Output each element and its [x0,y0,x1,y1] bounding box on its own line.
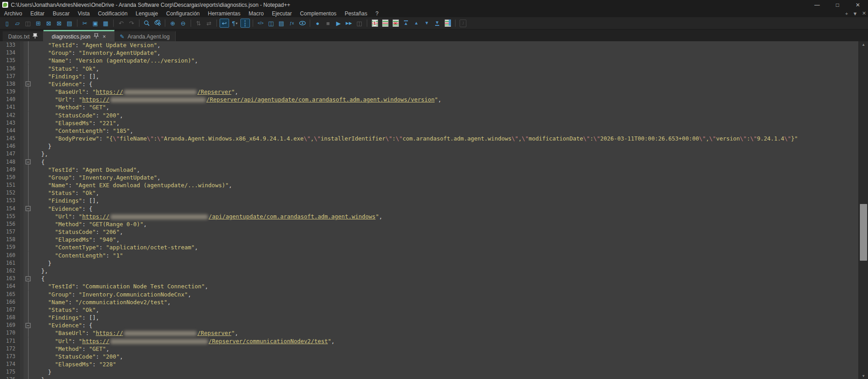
editor-pane[interactable]: 133 "TestId": "Agent Update Version",134… [0,41,859,379]
print-icon[interactable]: ▤ [65,19,74,28]
menu-item-editar[interactable]: Editar [26,10,48,17]
menu-item-codificacin[interactable]: Codificación [94,10,131,17]
code-text[interactable]: "TestId": "Agent Download", [33,166,140,174]
dropdown-button[interactable]: ▼ [853,11,858,16]
new-file-icon[interactable]: ▯ [2,19,12,28]
url-link[interactable]: https:// [96,330,123,336]
code-text[interactable]: "Url": "https:///Repserver/communication… [33,337,335,345]
code-text[interactable]: "Url": "https:///api/agentupdate/com.ara… [33,213,382,220]
fold-collapse-icon[interactable]: − [26,160,31,165]
code-text[interactable]: } [33,142,52,150]
save-all-icon[interactable]: ⊞ [34,19,43,28]
code-text[interactable]: "Name": "/communicationNodev2/test", [33,298,171,306]
pin-outline-icon[interactable] [94,33,99,40]
scroll-down-arrow-icon[interactable]: ▼ [859,373,868,379]
previous-diff-icon[interactable]: ▲ [412,19,421,28]
code-text[interactable]: "StatusCode": "206", [33,228,123,236]
menu-item-pestaas[interactable]: Pestañas [340,10,371,17]
fold-collapse-icon[interactable]: − [26,82,31,87]
fold-collapse-icon[interactable]: − [26,276,31,281]
code-text[interactable]: "TestId": "Agent Update Version", [33,41,161,49]
code-text[interactable]: "Name": "Version (agentupdate/.../versio… [33,57,198,64]
zoom-in-icon[interactable]: ⊕ [168,19,177,28]
tab-datos-txt[interactable]: Datos.txt [3,31,43,42]
code-text[interactable]: } [33,368,52,376]
macro-play-icon[interactable]: ▶ [334,19,343,28]
code-text[interactable]: "ContentType": "application/octet-stream… [33,243,198,251]
code-text[interactable]: "Findings": [], [33,314,99,321]
menu-item-?[interactable]: ? [371,10,383,17]
url-link[interactable]: /Repserver/api/agentupdate/com.arandasof… [206,96,435,103]
indent-guide-icon[interactable]: ┆ [240,19,250,28]
code-text[interactable]: }, [33,376,48,379]
code-text[interactable]: "Status": "Ok", [33,189,99,197]
copy-icon[interactable]: ▣ [91,19,100,28]
first-diff-icon[interactable]: ▲ [401,19,411,28]
close-icon[interactable]: ⊠ [44,19,53,28]
code-text[interactable]: "Name": "Agent EXE download (agentupdate… [33,181,232,189]
paste-icon[interactable]: ▦ [101,19,110,28]
fold-collapse-icon[interactable]: − [26,206,31,211]
url-link[interactable]: https:// [82,96,109,103]
zoom-out-icon[interactable]: ⊖ [178,19,188,28]
code-text[interactable]: "Method": "GET", [33,345,110,353]
menu-item-lenguaje[interactable]: Lenguaje [132,10,162,17]
code-text[interactable]: "ContentLength": "185", [33,127,133,135]
compare-clear-icon[interactable] [391,19,400,28]
scroll-up-arrow-icon[interactable]: ▲ [859,41,868,48]
code-text[interactable]: }, [33,150,48,158]
plus-button[interactable]: + [845,11,848,16]
code-text[interactable]: "Group": "Inventory.AgentUpdate", [33,49,160,57]
code-text[interactable]: }, [33,267,48,275]
find-icon[interactable] [142,19,152,28]
cut-icon[interactable]: ✂ [80,19,90,28]
code-text[interactable]: "Evidence": { [33,80,92,88]
menu-item-vista[interactable]: Vista [74,10,94,17]
vertical-scrollbar[interactable]: ▲ ▼ [858,41,868,379]
close-all-icon[interactable]: ⊠ [54,19,64,28]
code-text[interactable]: "BodyPreview": "{\"fileName\":\"Aranda.A… [33,135,798,142]
menu-item-ejecutar[interactable]: Ejecutar [268,10,296,17]
code-text[interactable]: "Status": "Ok", [33,306,99,314]
document-map-icon[interactable]: ◫ [266,19,276,28]
code-text[interactable]: "Group": "Inventory.AgentUpdate", [33,174,160,181]
code-text[interactable]: "BaseUrl": "https:///Repserver", [33,88,238,96]
menu-item-configuracin[interactable]: Configuración [162,10,204,17]
close-doc-button[interactable]: ✕ [862,10,866,16]
macro-run-multiple-icon[interactable]: ▶▶ [344,19,354,28]
menu-item-macro[interactable]: Macro [245,10,268,17]
code-text[interactable]: "StatusCode": "200", [33,353,123,360]
close-button[interactable]: ✕ [848,0,868,10]
pin-icon[interactable] [33,33,38,40]
code-text[interactable]: "ElapsedMs": "228" [33,360,116,368]
code-text[interactable]: "Evidence": { [33,321,92,329]
tab-close-icon[interactable]: × [103,34,106,40]
tab-aranda-agent-log[interactable]: ✎Aranda.Agent.log [115,31,176,42]
replace-icon[interactable] [153,19,162,28]
code-text[interactable]: "BaseUrl": "https:///Repserver", [33,329,238,337]
code-text[interactable]: { [33,275,45,282]
compare-set-first-icon[interactable] [370,19,379,28]
define-language-icon[interactable]: </> [256,19,265,28]
function-list-icon[interactable]: ƒx [287,19,297,28]
document-list-icon[interactable]: ▤ [277,19,286,28]
code-text[interactable]: "ContentLength": "1" [33,252,123,259]
url-link[interactable]: https:// [82,338,109,345]
code-text[interactable]: "Method": "GET", [33,103,110,111]
code-text[interactable]: "Findings": [], [33,197,99,204]
code-text[interactable]: "Group": "Inventory.CommunicationNodeCnx… [33,291,191,298]
scrollbar-thumb[interactable] [860,204,867,261]
url-link[interactable]: https:// [96,88,123,95]
last-diff-icon[interactable]: ▼ [432,19,442,28]
code-text[interactable]: "ElapsedMs": "221", [33,119,120,127]
code-text[interactable]: "TestId": "Communication Node Test Conne… [33,282,208,290]
compare-summary-icon[interactable] [443,19,452,28]
menu-item-complementos[interactable]: Complementos [296,10,340,17]
url-link[interactable]: https:// [82,213,109,220]
macro-record-icon[interactable]: ● [313,19,322,28]
code-text[interactable]: "StatusCode": "200", [33,112,123,119]
url-link[interactable]: /Repserver/communicationNodev2/test [209,338,328,345]
url-link[interactable]: /api/agentupdate/com.arandasoft.adm.agen… [209,213,376,220]
monitoring-eye-icon[interactable] [297,19,307,28]
url-link[interactable]: /Repserver [197,330,231,336]
